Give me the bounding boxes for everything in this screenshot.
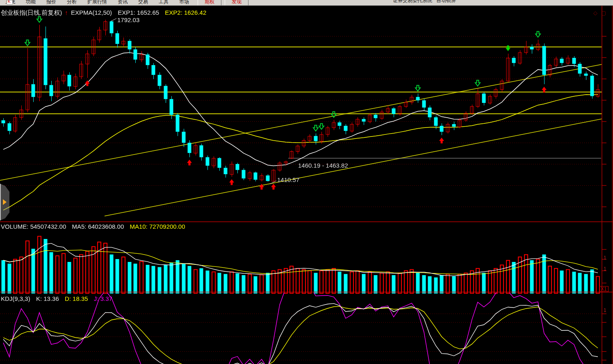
main-chart-title: 创业板指(日线.前复权) ↑ EXPMA(12,50) EXP1: 1652.6… [1, 9, 206, 17]
menu-item-7[interactable]: 工具 [153, 0, 174, 6]
menu-item-8[interactable]: 市场 [174, 0, 194, 6]
menu-item-2[interactable]: 报价 [41, 0, 62, 6]
volume-zoom-badge[interactable]: X1 [599, 286, 608, 292]
menu-item-6[interactable]: 交易 [133, 0, 153, 6]
exp1-value: EXP1: 1652.65 [114, 9, 159, 16]
menu-row: 系统功能报价分析扩展行情资讯交易工具市场期权发现 [0, 0, 248, 6]
kdj-j-value: J: 3.37 [90, 295, 112, 302]
volume-value: VOLUME: 54507432.00 [1, 223, 66, 230]
kdj-pane-title: KDJ(9,3,3) K: 13.36 D: 18.35 J: 3.37 [1, 295, 112, 302]
menu-item-3[interactable]: 分析 [62, 0, 82, 6]
expand-arrow-icon [3, 199, 7, 205]
volume-ma10-value: MA10: 72709200.00 [125, 223, 185, 230]
indicator-label: EXPMA(12,50) [71, 9, 112, 16]
app-icon[interactable]: K [7, 0, 13, 5]
volume-pane-title: VOLUME: 54507432.00 MA5: 64023608.00 MA1… [1, 223, 185, 230]
kdj-d-value: D: 18.35 [61, 295, 88, 302]
gap-price-annotation: 1460.19 - 1463.82 [298, 162, 348, 169]
menu-right-status: 证券交易委托系统 自动锁屏 [393, 0, 456, 4]
volume-axis-label: 1 [604, 266, 606, 272]
peak-price-annotation: 1792.03 [117, 16, 139, 23]
kdj-k-value: K: 13.36 [32, 295, 59, 302]
pane-maximize-icon[interactable]: ▢ [601, 10, 606, 16]
menu-item-4[interactable]: 扩展行情 [82, 0, 112, 6]
menu-item-1[interactable]: 功能 [21, 0, 41, 6]
low-price-annotation: 1410.57 [277, 176, 299, 183]
chart-canvas[interactable] [0, 0, 613, 364]
volume-ma5-value: MA5: 64023608.00 [68, 223, 124, 230]
trading-terminal: 系统功能报价分析扩展行情资讯交易工具市场期权发现 证券交易委托系统 自动锁屏 K… [0, 0, 613, 364]
kdj-axis-label: 1 [604, 307, 606, 313]
symbol-period-label: 创业板指(日线.前复权) [1, 9, 62, 16]
menu-item-5[interactable]: 资讯 [112, 0, 133, 6]
volume-axis-label: 1 [604, 255, 606, 261]
kdj-params-label: KDJ(9,3,3) [1, 295, 30, 302]
menu-hot-item-1[interactable]: 发现 [225, 0, 248, 6]
pane-diamond-icon[interactable]: ◇ [593, 10, 597, 16]
menu-hot-item-0[interactable]: 期权 [198, 0, 221, 6]
exp2-value: EXP2: 1626.42 [161, 9, 206, 16]
signal-up-arrow-icon: ↑ [64, 9, 69, 16]
menu-bar: 系统功能报价分析扩展行情资讯交易工具市场期权发现 证券交易委托系统 自动锁屏 [0, 0, 613, 6]
